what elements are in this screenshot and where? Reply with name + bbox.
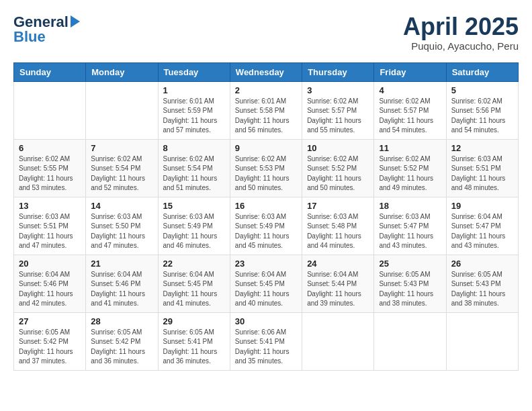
logo-arrow-icon — [71, 15, 80, 28]
calendar-header-tuesday: Tuesday — [158, 62, 230, 81]
day-detail: Sunrise: 6:05 AM Sunset: 5:42 PM Dayligh… — [91, 328, 152, 367]
day-number: 7 — [91, 143, 152, 153]
day-detail: Sunrise: 6:05 AM Sunset: 5:43 PM Dayligh… — [379, 270, 441, 309]
calendar-cell — [86, 81, 158, 139]
calendar-cell: 3Sunrise: 6:02 AM Sunset: 5:57 PM Daylig… — [302, 81, 374, 139]
calendar-cell: 2Sunrise: 6:01 AM Sunset: 5:58 PM Daylig… — [230, 81, 302, 139]
day-detail: Sunrise: 6:02 AM Sunset: 5:53 PM Dayligh… — [235, 154, 297, 193]
day-number: 16 — [235, 201, 297, 211]
day-detail: Sunrise: 6:04 AM Sunset: 5:45 PM Dayligh… — [163, 270, 225, 309]
day-number: 29 — [163, 316, 225, 326]
calendar-cell — [374, 312, 446, 370]
day-number: 26 — [451, 259, 513, 269]
calendar-header-monday: Monday — [86, 62, 158, 81]
calendar-header-thursday: Thursday — [302, 62, 374, 81]
calendar-cell: 13Sunrise: 6:03 AM Sunset: 5:51 PM Dayli… — [14, 197, 86, 255]
day-detail: Sunrise: 6:03 AM Sunset: 5:49 PM Dayligh… — [163, 212, 225, 251]
day-number: 17 — [307, 201, 369, 211]
day-detail: Sunrise: 6:05 AM Sunset: 5:42 PM Dayligh… — [19, 328, 81, 367]
calendar-cell: 16Sunrise: 6:03 AM Sunset: 5:49 PM Dayli… — [230, 197, 302, 255]
calendar-cell: 12Sunrise: 6:03 AM Sunset: 5:51 PM Dayli… — [446, 139, 518, 197]
day-detail: Sunrise: 6:02 AM Sunset: 5:57 PM Dayligh… — [307, 97, 369, 136]
calendar-cell: 11Sunrise: 6:02 AM Sunset: 5:52 PM Dayli… — [374, 139, 446, 197]
day-detail: Sunrise: 6:04 AM Sunset: 5:45 PM Dayligh… — [235, 270, 297, 309]
calendar-cell: 15Sunrise: 6:03 AM Sunset: 5:49 PM Dayli… — [158, 197, 230, 255]
day-detail: Sunrise: 6:04 AM Sunset: 5:44 PM Dayligh… — [307, 270, 369, 309]
logo-blue: Blue — [13, 28, 80, 46]
day-number: 20 — [19, 259, 81, 269]
day-number: 15 — [163, 201, 225, 211]
day-detail: Sunrise: 6:02 AM Sunset: 5:57 PM Dayligh… — [379, 97, 441, 136]
calendar-cell: 20Sunrise: 6:04 AM Sunset: 5:46 PM Dayli… — [14, 255, 86, 312]
calendar-table: SundayMondayTuesdayWednesdayThursdayFrid… — [13, 62, 519, 371]
calendar-week-row: 6Sunrise: 6:02 AM Sunset: 5:55 PM Daylig… — [14, 139, 519, 197]
day-detail: Sunrise: 6:02 AM Sunset: 5:56 PM Dayligh… — [451, 97, 513, 136]
calendar-cell: 18Sunrise: 6:03 AM Sunset: 5:47 PM Dayli… — [374, 197, 446, 255]
day-number: 12 — [451, 143, 513, 153]
day-number: 3 — [307, 85, 369, 95]
day-detail: Sunrise: 6:03 AM Sunset: 5:51 PM Dayligh… — [451, 154, 513, 193]
day-detail: Sunrise: 6:01 AM Sunset: 5:59 PM Dayligh… — [163, 97, 225, 136]
day-number: 9 — [235, 143, 297, 153]
calendar-cell: 21Sunrise: 6:04 AM Sunset: 5:46 PM Dayli… — [86, 255, 158, 312]
day-number: 22 — [163, 259, 225, 269]
calendar-week-row: 27Sunrise: 6:05 AM Sunset: 5:42 PM Dayli… — [14, 312, 519, 370]
day-number: 18 — [379, 201, 441, 211]
day-number: 8 — [163, 143, 225, 153]
day-detail: Sunrise: 6:01 AM Sunset: 5:58 PM Dayligh… — [235, 97, 297, 136]
calendar-cell: 28Sunrise: 6:05 AM Sunset: 5:42 PM Dayli… — [86, 312, 158, 370]
calendar-cell: 29Sunrise: 6:05 AM Sunset: 5:41 PM Dayli… — [158, 312, 230, 370]
logo: General Blue — [13, 13, 80, 46]
calendar-cell: 24Sunrise: 6:04 AM Sunset: 5:44 PM Dayli… — [302, 255, 374, 312]
title-block: April 2025 Puquio, Ayacucho, Peru — [403, 13, 519, 52]
calendar-week-row: 13Sunrise: 6:03 AM Sunset: 5:51 PM Dayli… — [14, 197, 519, 255]
calendar-cell: 14Sunrise: 6:03 AM Sunset: 5:50 PM Dayli… — [86, 197, 158, 255]
day-detail: Sunrise: 6:03 AM Sunset: 5:50 PM Dayligh… — [91, 212, 152, 251]
calendar-header-friday: Friday — [374, 62, 446, 81]
calendar-cell: 8Sunrise: 6:02 AM Sunset: 5:54 PM Daylig… — [158, 139, 230, 197]
day-number: 28 — [91, 316, 152, 326]
calendar-header-row: SundayMondayTuesdayWednesdayThursdayFrid… — [14, 62, 519, 81]
day-detail: Sunrise: 6:02 AM Sunset: 5:54 PM Dayligh… — [163, 154, 225, 193]
calendar-cell: 23Sunrise: 6:04 AM Sunset: 5:45 PM Dayli… — [230, 255, 302, 312]
day-number: 14 — [91, 201, 152, 211]
calendar-cell: 25Sunrise: 6:05 AM Sunset: 5:43 PM Dayli… — [374, 255, 446, 312]
location-title: Puquio, Ayacucho, Peru — [403, 40, 519, 52]
calendar-cell: 17Sunrise: 6:03 AM Sunset: 5:48 PM Dayli… — [302, 197, 374, 255]
calendar-cell — [14, 81, 86, 139]
day-number: 30 — [235, 316, 297, 326]
calendar-cell: 4Sunrise: 6:02 AM Sunset: 5:57 PM Daylig… — [374, 81, 446, 139]
calendar-cell: 27Sunrise: 6:05 AM Sunset: 5:42 PM Dayli… — [14, 312, 86, 370]
day-detail: Sunrise: 6:02 AM Sunset: 5:52 PM Dayligh… — [379, 154, 441, 193]
day-detail: Sunrise: 6:05 AM Sunset: 5:41 PM Dayligh… — [163, 328, 225, 367]
calendar-cell: 19Sunrise: 6:04 AM Sunset: 5:47 PM Dayli… — [446, 197, 518, 255]
day-number: 23 — [235, 259, 297, 269]
day-detail: Sunrise: 6:04 AM Sunset: 5:47 PM Dayligh… — [451, 212, 513, 251]
calendar-cell: 1Sunrise: 6:01 AM Sunset: 5:59 PM Daylig… — [158, 81, 230, 139]
day-detail: Sunrise: 6:03 AM Sunset: 5:48 PM Dayligh… — [307, 212, 369, 251]
day-number: 10 — [307, 143, 369, 153]
day-detail: Sunrise: 6:06 AM Sunset: 5:41 PM Dayligh… — [235, 328, 297, 367]
calendar-cell: 22Sunrise: 6:04 AM Sunset: 5:45 PM Dayli… — [158, 255, 230, 312]
day-detail: Sunrise: 6:04 AM Sunset: 5:46 PM Dayligh… — [19, 270, 81, 309]
day-detail: Sunrise: 6:03 AM Sunset: 5:51 PM Dayligh… — [19, 212, 81, 251]
day-detail: Sunrise: 6:02 AM Sunset: 5:52 PM Dayligh… — [307, 154, 369, 193]
calendar-cell: 26Sunrise: 6:05 AM Sunset: 5:43 PM Dayli… — [446, 255, 518, 312]
calendar-week-row: 20Sunrise: 6:04 AM Sunset: 5:46 PM Dayli… — [14, 255, 519, 312]
calendar-cell: 5Sunrise: 6:02 AM Sunset: 5:56 PM Daylig… — [446, 81, 518, 139]
calendar-cell: 6Sunrise: 6:02 AM Sunset: 5:55 PM Daylig… — [14, 139, 86, 197]
month-title: April 2025 — [403, 13, 519, 40]
calendar-header-sunday: Sunday — [14, 62, 86, 81]
calendar-cell — [302, 312, 374, 370]
day-number: 27 — [19, 316, 81, 326]
day-number: 19 — [451, 201, 513, 211]
day-detail: Sunrise: 6:02 AM Sunset: 5:54 PM Dayligh… — [91, 154, 152, 193]
calendar-header-wednesday: Wednesday — [230, 62, 302, 81]
page-header: General Blue April 2025 Puquio, Ayacucho… — [13, 13, 519, 52]
calendar-cell: 7Sunrise: 6:02 AM Sunset: 5:54 PM Daylig… — [86, 139, 158, 197]
day-number: 2 — [235, 85, 297, 95]
calendar-cell — [446, 312, 518, 370]
day-number: 5 — [451, 85, 513, 95]
calendar-cell: 30Sunrise: 6:06 AM Sunset: 5:41 PM Dayli… — [230, 312, 302, 370]
calendar-cell: 10Sunrise: 6:02 AM Sunset: 5:52 PM Dayli… — [302, 139, 374, 197]
